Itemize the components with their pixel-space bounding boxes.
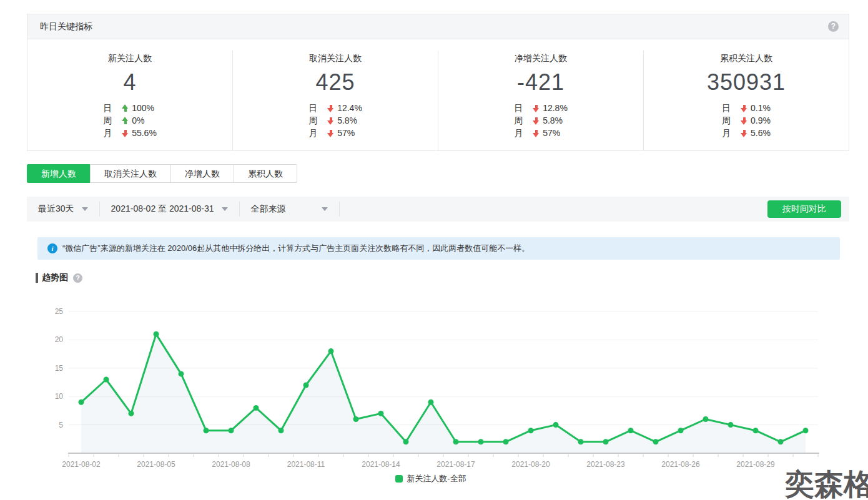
trend-arrow-icon <box>122 129 129 137</box>
metric-title: 净增关注人数 <box>438 53 643 64</box>
trend-arrow-icon <box>741 104 747 112</box>
svg-text:2021-08-08: 2021-08-08 <box>212 460 250 469</box>
trend-chart: 5101520252021-08-022021-08-052021-08-082… <box>31 291 831 481</box>
trend-arrow-icon <box>533 129 540 137</box>
trend-chart-svg: 5101520252021-08-022021-08-052021-08-082… <box>31 291 831 478</box>
caret-down-icon <box>82 207 88 211</box>
date-span-dropdown[interactable]: 2021-08-02 至 2021-08-31 <box>100 202 240 217</box>
caret-down-icon <box>322 207 328 211</box>
date-range-dropdown[interactable]: 最近30天 <box>27 202 100 217</box>
metric-value: 425 <box>233 69 438 96</box>
metric-row-day: 日 12.8% <box>514 102 568 114</box>
metric-row-month: 月 57% <box>514 127 568 139</box>
metric-card-unfollowers: 取消关注人数 425 日 12.4% 周 5.8% 月 57% <box>233 51 438 150</box>
trend-arrow-icon <box>122 117 129 125</box>
svg-text:2021-08-17: 2021-08-17 <box>436 460 475 469</box>
metric-value: 4 <box>27 69 232 96</box>
trend-arrow-icon <box>741 129 747 137</box>
section-accent-bar <box>36 273 38 283</box>
watermark: 奕森格 <box>785 465 868 500</box>
svg-text:15: 15 <box>55 364 64 373</box>
trend-arrow-icon <box>327 129 334 137</box>
help-icon[interactable] <box>828 21 839 32</box>
trend-section-header: 趋势图 <box>36 272 868 283</box>
help-icon[interactable] <box>73 273 82 283</box>
metric-card-net-increase: 净增关注人数 -421 日 12.8% 周 5.8% 月 57% <box>438 51 644 150</box>
svg-text:2021-08-14: 2021-08-14 <box>362 460 400 469</box>
svg-text:10: 10 <box>55 392 64 401</box>
panel-title: 昨日关键指标 <box>40 21 92 32</box>
trend-arrow-icon <box>327 117 334 125</box>
tab-total[interactable]: 累积人数 <box>234 164 297 183</box>
metric-value: -421 <box>438 69 643 96</box>
metric-row-week: 周 0% <box>103 114 157 127</box>
metric-value: 350931 <box>644 69 849 96</box>
metrics-body: 新关注人数 4 日 100% 周 0% 月 55.6% <box>27 39 849 150</box>
panel-header: 昨日关键指标 <box>27 14 849 39</box>
metric-row-week: 周 0.9% <box>722 114 771 127</box>
metric-row-month: 月 5.6% <box>722 127 771 139</box>
metric-tabs: 新增人数 取消关注人数 净增人数 累积人数 <box>27 164 868 183</box>
trend-arrow-icon <box>741 117 747 125</box>
metric-row-month: 月 55.6% <box>103 127 157 139</box>
metric-title: 新关注人数 <box>27 53 232 64</box>
notice-banner: “微信广告”来源的新增关注在 2020/06起从其他中拆分给出，计算方式与广告主… <box>37 237 840 260</box>
svg-text:2021-08-20: 2021-08-20 <box>511 460 550 469</box>
svg-text:25: 25 <box>55 307 64 316</box>
yesterday-key-metrics-panel: 昨日关键指标 新关注人数 4 日 100% 周 0% 月 <box>27 14 849 151</box>
filter-bar: 最近30天 2021-08-02 至 2021-08-31 全部来源 按时间对比 <box>27 197 849 222</box>
metric-title: 取消关注人数 <box>233 53 438 64</box>
trend-arrow-icon <box>327 104 334 112</box>
svg-text:20: 20 <box>55 335 64 344</box>
metric-card-new-followers: 新关注人数 4 日 100% 周 0% 月 55.6% <box>27 51 233 150</box>
svg-text:2021-08-23: 2021-08-23 <box>586 460 625 469</box>
caret-down-icon <box>222 207 228 211</box>
svg-text:2021-08-29: 2021-08-29 <box>736 460 775 469</box>
metric-row-week: 周 5.8% <box>308 114 362 127</box>
tab-new-followers[interactable]: 新增人数 <box>27 164 91 183</box>
tab-net-increase[interactable]: 净增人数 <box>170 164 234 183</box>
metric-card-total-followers: 累积关注人数 350931 日 0.1% 周 0.9% 月 5.6% <box>644 51 849 150</box>
svg-text:2021-08-02: 2021-08-02 <box>62 460 101 469</box>
metric-title: 累积关注人数 <box>644 53 849 64</box>
metric-row-day: 日 0.1% <box>722 102 771 114</box>
trend-arrow-icon <box>122 104 129 112</box>
compare-by-time-button[interactable]: 按时间对比 <box>767 200 841 218</box>
trend-arrow-icon <box>533 117 540 125</box>
metric-row-day: 日 12.4% <box>308 102 362 114</box>
trend-arrow-icon <box>533 104 540 112</box>
svg-text:2021-08-26: 2021-08-26 <box>661 460 700 469</box>
metric-row-week: 周 5.8% <box>514 114 568 127</box>
info-icon <box>47 243 57 253</box>
source-dropdown[interactable]: 全部来源 <box>240 202 340 217</box>
svg-text:5: 5 <box>59 421 63 429</box>
metric-row-month: 月 57% <box>308 127 362 139</box>
svg-text:2021-08-05: 2021-08-05 <box>137 460 175 469</box>
tab-unfollowers[interactable]: 取消关注人数 <box>90 164 171 183</box>
svg-text:2021-08-11: 2021-08-11 <box>287 460 325 469</box>
trend-title: 趋势图 <box>42 272 68 283</box>
notice-text: “微信广告”来源的新增关注在 2020/06起从其他中拆分给出，计算方式与广告主… <box>62 243 530 254</box>
metric-row-day: 日 100% <box>103 102 157 114</box>
